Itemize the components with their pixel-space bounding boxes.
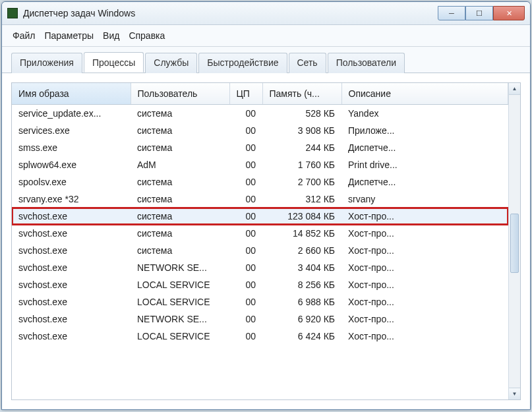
window-title: Диспетчер задач Windows [23, 8, 438, 18]
table-row[interactable]: srvany.exe *32система00312 КБsrvany [12, 191, 508, 208]
cell-image: svchost.exe [12, 208, 131, 225]
cell-image: svchost.exe [12, 225, 131, 242]
cell-user: система [131, 139, 229, 156]
cell-desc: Хост-про... [341, 259, 508, 276]
scroll-track[interactable] [509, 95, 520, 388]
tab-performance[interactable]: Быстродействие [198, 53, 287, 73]
content-area: Имя образа Пользователь ЦП Память (ч... … [2, 73, 530, 409]
cell-user: система [131, 122, 229, 139]
cell-memory: 14 852 КБ [262, 225, 341, 242]
cell-desc: Хост-про... [341, 276, 508, 293]
cell-desc: Диспетче... [341, 173, 508, 191]
cell-desc: Yandex [341, 105, 508, 123]
table-row[interactable]: spoolsv.exeсистема002 700 КБДиспетче... [12, 173, 508, 191]
cell-desc: Хост-про... [341, 293, 508, 310]
cell-image: svchost.exe [12, 276, 131, 293]
cell-memory: 6 920 КБ [262, 310, 341, 328]
cell-cpu: 00 [229, 156, 262, 173]
cell-user: AdM [131, 156, 229, 173]
col-image[interactable]: Имя образа [12, 83, 131, 105]
cell-user: NETWORK SE... [131, 310, 229, 328]
minimize-button[interactable]: ─ [438, 6, 465, 20]
cell-cpu: 00 [229, 208, 262, 225]
col-description[interactable]: Описание [341, 83, 508, 105]
cell-user: система [131, 225, 229, 242]
cell-user: NETWORK SE... [131, 259, 229, 276]
table-row[interactable]: svchost.exeсистема002 660 КБХост-про... [12, 242, 508, 259]
cell-cpu: 00 [229, 173, 262, 191]
cell-image: spoolsv.exe [12, 173, 131, 191]
table-row[interactable]: svchost.exeсистема0014 852 КБХост-про... [12, 225, 508, 242]
table-row[interactable]: service_update.ex...система00528 КБYande… [12, 105, 508, 123]
col-memory[interactable]: Память (ч... [262, 83, 341, 105]
cell-image: splwow64.exe [12, 156, 131, 173]
cell-user: LOCAL SERVICE [131, 328, 229, 345]
cell-memory: 244 КБ [262, 139, 341, 156]
titlebar[interactable]: Диспетчер задач Windows ─ ☐ ✕ [2, 2, 530, 25]
cell-desc: Приложе... [341, 122, 508, 139]
cell-cpu: 00 [229, 225, 262, 242]
table-row[interactable]: svchost.exeсистема00123 084 КБХост-про..… [12, 208, 508, 225]
cell-image: svchost.exe [12, 310, 131, 328]
process-table-wrap: Имя образа Пользователь ЦП Память (ч... … [11, 82, 521, 400]
cell-desc: Диспетче... [341, 139, 508, 156]
table-row[interactable]: smss.exeсистема00244 КБДиспетче... [12, 139, 508, 156]
tab-users[interactable]: Пользователи [328, 53, 405, 73]
task-manager-window: Диспетчер задач Windows ─ ☐ ✕ Файл Парам… [1, 1, 531, 410]
cell-memory: 1 760 КБ [262, 156, 341, 173]
cell-desc: srvany [341, 191, 508, 208]
cell-user: система [131, 242, 229, 259]
tab-processes[interactable]: Процессы [84, 52, 144, 73]
table-row[interactable]: splwow64.exeAdM001 760 КБPrint drive... [12, 156, 508, 173]
scroll-down-arrow[interactable]: ▼ [509, 388, 520, 399]
cell-memory: 3 908 КБ [262, 122, 341, 139]
table-row[interactable]: svchost.exeLOCAL SERVICE008 256 КБХост-п… [12, 276, 508, 293]
menu-help[interactable]: Справка [129, 30, 165, 41]
cell-image: svchost.exe [12, 328, 131, 345]
cell-cpu: 00 [229, 191, 262, 208]
table-row[interactable]: svchost.exeLOCAL SERVICE006 424 КБХост-п… [12, 328, 508, 345]
scroll-thumb[interactable] [510, 214, 519, 273]
cell-memory: 2 660 КБ [262, 242, 341, 259]
cell-memory: 3 404 КБ [262, 259, 341, 276]
menu-view[interactable]: Вид [103, 30, 119, 41]
table-header-row: Имя образа Пользователь ЦП Память (ч... … [12, 83, 508, 105]
cell-memory: 2 700 КБ [262, 173, 341, 191]
table-row[interactable]: services.exeсистема003 908 КБПриложе... [12, 122, 508, 139]
col-user[interactable]: Пользователь [131, 83, 229, 105]
table-row[interactable]: svchost.exeNETWORK SE...003 404 КБХост-п… [12, 259, 508, 276]
scroll-up-arrow[interactable]: ▲ [509, 83, 520, 95]
vertical-scrollbar[interactable]: ▲ ▼ [508, 83, 520, 399]
menu-file[interactable]: Файл [13, 30, 35, 41]
cell-desc: Хост-про... [341, 225, 508, 242]
cell-image: srvany.exe *32 [12, 191, 131, 208]
cell-user: LOCAL SERVICE [131, 293, 229, 310]
menu-options[interactable]: Параметры [44, 30, 94, 41]
cell-desc: Хост-про... [341, 242, 508, 259]
cell-image: smss.exe [12, 139, 131, 156]
cell-user: LOCAL SERVICE [131, 276, 229, 293]
tab-services[interactable]: Службы [145, 53, 197, 73]
menu-bar: Файл Параметры Вид Справка [2, 25, 530, 47]
cell-desc: Print drive... [341, 156, 508, 173]
cell-image: services.exe [12, 122, 131, 139]
cell-cpu: 00 [229, 259, 262, 276]
tab-network[interactable]: Сеть [289, 53, 326, 73]
close-button[interactable]: ✕ [493, 6, 525, 20]
process-table: Имя образа Пользователь ЦП Память (ч... … [12, 83, 508, 345]
cell-memory: 123 084 КБ [262, 208, 341, 225]
window-controls: ─ ☐ ✕ [438, 6, 525, 20]
cell-image: service_update.ex... [12, 105, 131, 123]
cell-memory: 6 988 КБ [262, 293, 341, 310]
cell-cpu: 00 [229, 328, 262, 345]
table-row[interactable]: svchost.exeNETWORK SE...006 920 КБХост-п… [12, 310, 508, 328]
maximize-button[interactable]: ☐ [465, 6, 493, 20]
cell-desc: Хост-про... [341, 310, 508, 328]
cell-user: система [131, 208, 229, 225]
tab-bar: Приложения Процессы Службы Быстродействи… [2, 47, 530, 73]
cell-image: svchost.exe [12, 242, 131, 259]
cell-desc: Хост-про... [341, 208, 508, 225]
table-row[interactable]: svchost.exeLOCAL SERVICE006 988 КБХост-п… [12, 293, 508, 310]
tab-applications[interactable]: Приложения [11, 53, 82, 73]
col-cpu[interactable]: ЦП [229, 83, 262, 105]
